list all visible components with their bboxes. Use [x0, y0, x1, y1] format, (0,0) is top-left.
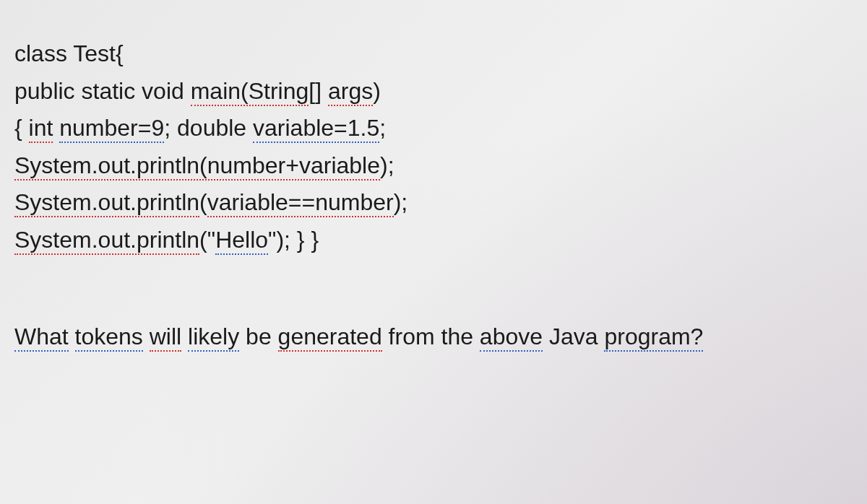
code-line-3: { int number=9; double variable=1.5;	[14, 110, 853, 147]
code-text: number=9	[59, 115, 164, 143]
code-text: System.out.println(number+variable	[14, 152, 380, 181]
question-text: What tokens will likely be generated fro…	[14, 323, 853, 350]
code-line-2: public static void main(String[] args)	[14, 74, 853, 110]
code-line-1: class Test{	[14, 36, 853, 72]
question-word: will	[150, 323, 181, 352]
question-word: tokens	[75, 323, 143, 352]
question-word: likely	[188, 323, 239, 352]
code-text: {	[14, 115, 22, 141]
code-text: );	[380, 152, 394, 178]
code-line-6: System.out.println("Hello"); } }	[14, 222, 853, 258]
code-text: double	[177, 115, 246, 141]
code-text: (	[199, 189, 207, 215]
code-block: class Test{ public static void main(Stri…	[14, 36, 853, 258]
question-word: program?	[604, 323, 703, 352]
code-text: );	[394, 189, 408, 215]
code-text: Test{	[67, 40, 124, 66]
code-text: static	[82, 78, 136, 104]
space: Java	[543, 323, 604, 349]
code-text: class	[14, 40, 67, 66]
code-text: ("	[199, 227, 215, 253]
code-text: public	[14, 78, 75, 104]
code-text: args	[328, 78, 373, 106]
space: from the	[382, 323, 480, 349]
space	[181, 323, 188, 349]
code-text: variable=1.5	[253, 115, 379, 143]
code-text: int	[29, 115, 53, 143]
code-text: ;	[379, 115, 386, 141]
code-text: System.out.println	[14, 189, 199, 217]
code-text: System.out.println	[14, 227, 199, 255]
space	[69, 323, 75, 349]
question-word: above	[480, 323, 543, 352]
space: be	[239, 323, 277, 349]
question-word: generated	[278, 323, 382, 352]
code-text: void	[142, 78, 184, 104]
code-text: variable==number	[207, 189, 394, 217]
code-text: Hello	[215, 227, 268, 255]
code-text: []	[309, 78, 322, 104]
code-text: main(String	[191, 78, 309, 106]
code-text: )	[373, 78, 381, 104]
question-word: What	[14, 323, 69, 352]
space	[143, 323, 150, 349]
code-line-4: System.out.println(number+variable);	[14, 148, 853, 184]
code-text: ;	[164, 115, 171, 141]
code-text: "); } }	[268, 227, 319, 253]
code-line-5: System.out.println(variable==number);	[14, 185, 853, 221]
